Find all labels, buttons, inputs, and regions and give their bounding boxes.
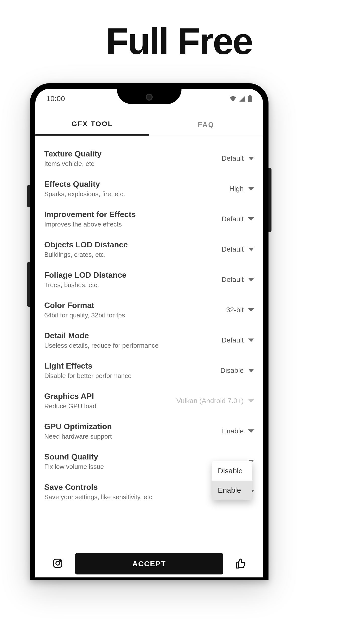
setting-subtitle: Sparks, explosions, fire, etc. <box>44 190 229 198</box>
svg-rect-0 <box>248 96 252 102</box>
phone-side-button <box>27 262 30 307</box>
phone-mockup: 10:00 GFX TOOL FAQ Texture Quali <box>30 83 268 580</box>
setting-value: Disable <box>220 366 244 374</box>
tab-bar: GFX TOOL FAQ <box>35 114 263 136</box>
setting-value-dropdown[interactable]: Default <box>221 276 254 284</box>
chevron-down-icon <box>248 217 254 221</box>
instagram-button[interactable] <box>50 558 65 570</box>
setting-title: Foliage LOD Distance <box>44 270 221 280</box>
setting-value-dropdown[interactable]: Enable <box>222 427 254 435</box>
setting-title: Graphics API <box>44 392 176 401</box>
setting-title: Objects LOD Distance <box>44 240 221 249</box>
instagram-icon <box>52 558 63 570</box>
chevron-down-icon <box>248 369 254 372</box>
svg-rect-1 <box>249 95 251 96</box>
setting-subtitle: Useless details, reduce for performance <box>44 342 221 350</box>
bottom-bar: ACCEPT <box>35 548 263 580</box>
setting-value-dropdown[interactable]: Default <box>221 246 254 253</box>
dropdown-menu: Disable Enable <box>212 461 252 500</box>
setting-row[interactable]: Light EffectsDisable for better performa… <box>44 356 254 386</box>
status-time: 10:00 <box>46 94 65 103</box>
dropdown-option-enable[interactable]: Enable <box>212 480 252 500</box>
setting-subtitle: Reduce GPU load <box>44 402 176 410</box>
setting-value: Vulkan (Android 7.0+) <box>176 397 244 405</box>
setting-row[interactable]: GPU OptimizationNeed hardware supportEna… <box>44 416 254 446</box>
setting-title: Color Format <box>44 301 226 310</box>
setting-value-dropdown[interactable]: Default <box>221 154 254 162</box>
setting-title: Improvement for Effects <box>44 210 221 219</box>
setting-subtitle: Need hardware support <box>44 433 222 440</box>
setting-row[interactable]: Objects LOD DistanceBuildings, crates, e… <box>44 234 254 264</box>
cellular-icon <box>239 96 246 102</box>
chevron-down-icon <box>248 278 254 282</box>
tab-faq[interactable]: FAQ <box>149 114 263 136</box>
setting-value-dropdown[interactable]: High <box>229 185 254 193</box>
chevron-down-icon <box>248 248 254 251</box>
dropdown-option-disable[interactable]: Disable <box>212 461 252 480</box>
thumbs-up-icon <box>235 558 246 570</box>
setting-title: Detail Mode <box>44 331 221 340</box>
setting-value: 32-bit <box>226 306 244 314</box>
setting-title: Effects Quality <box>44 180 229 189</box>
setting-value: Enable <box>222 427 244 435</box>
setting-row[interactable]: Effects QualitySparks, explosions, fire,… <box>44 174 254 204</box>
setting-value: Default <box>221 215 244 223</box>
svg-point-3 <box>56 562 60 565</box>
phone-side-button <box>27 185 30 208</box>
setting-row[interactable]: Texture QualityItems,vehicle, etcDefault <box>44 143 254 174</box>
hero-title: Full Free <box>0 20 358 63</box>
chevron-down-icon <box>248 399 254 402</box>
setting-subtitle: Buildings, crates, etc. <box>44 251 221 258</box>
setting-value: Default <box>221 154 244 162</box>
setting-title: Sound Quality <box>44 452 244 462</box>
setting-row[interactable]: Improvement for EffectsImproves the abov… <box>44 204 254 234</box>
setting-value: Default <box>221 276 244 284</box>
setting-value: Default <box>221 336 244 344</box>
phone-side-button <box>268 168 271 232</box>
chevron-down-icon <box>248 338 254 342</box>
setting-value: High <box>229 185 244 193</box>
thumbs-up-button[interactable] <box>233 558 248 570</box>
setting-subtitle: 64bit for quality, 32bit for fps <box>44 312 226 319</box>
setting-subtitle: Trees, bushes, etc. <box>44 281 221 289</box>
setting-subtitle: Items,vehicle, etc <box>44 160 221 168</box>
setting-title: GPU Optimization <box>44 422 222 431</box>
battery-icon <box>248 95 252 102</box>
chevron-down-icon <box>248 187 254 190</box>
phone-screen: 10:00 GFX TOOL FAQ Texture Quali <box>35 89 263 580</box>
setting-title: Texture Quality <box>44 149 221 158</box>
setting-row[interactable]: Foliage LOD DistanceTrees, bushes, etc.D… <box>44 264 254 295</box>
setting-title: Light Effects <box>44 361 220 370</box>
chevron-down-icon <box>248 157 254 160</box>
phone-notch <box>117 89 181 104</box>
setting-value-dropdown[interactable]: 32-bit <box>226 306 254 314</box>
chevron-down-icon <box>248 430 254 433</box>
setting-row[interactable]: Graphics APIReduce GPU loadVulkan (Andro… <box>44 386 254 416</box>
setting-row[interactable]: Color Format64bit for quality, 32bit for… <box>44 295 254 325</box>
setting-subtitle: Improves the above effects <box>44 220 221 228</box>
tab-gfx-tool[interactable]: GFX TOOL <box>35 114 149 136</box>
android-nav-bar <box>35 578 263 580</box>
setting-value-dropdown[interactable]: Default <box>221 336 254 344</box>
wifi-icon <box>229 96 237 102</box>
setting-subtitle: Disable for better performance <box>44 372 220 380</box>
setting-row[interactable]: Detail ModeUseless details, reduce for p… <box>44 325 254 356</box>
setting-value-dropdown[interactable]: Vulkan (Android 7.0+) <box>176 397 254 405</box>
setting-value: Default <box>221 246 244 253</box>
svg-point-4 <box>60 560 61 561</box>
chevron-down-icon <box>248 308 254 312</box>
accept-button[interactable]: ACCEPT <box>75 553 223 574</box>
setting-value-dropdown[interactable]: Disable <box>220 366 254 374</box>
setting-value-dropdown[interactable]: Default <box>221 215 254 223</box>
